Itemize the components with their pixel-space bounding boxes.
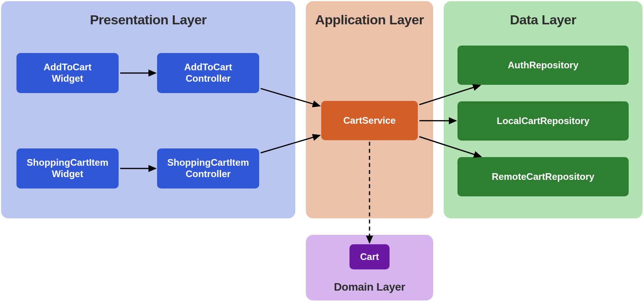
node-add-to-cart-widget: AddToCart Widget xyxy=(16,53,119,93)
data-layer-title: Data Layer xyxy=(444,12,642,27)
node-cart: Cart xyxy=(349,244,390,269)
node-local-cart-repository: LocalCartRepository xyxy=(457,101,629,141)
domain-layer-title: Domain Layer xyxy=(306,281,433,293)
application-layer-title: Application Layer xyxy=(306,12,433,27)
node-shopping-cart-item-widget: ShoppingCartItem Widget xyxy=(16,148,119,189)
node-label: LocalCartRepository xyxy=(497,115,589,127)
node-label: Cart xyxy=(360,251,379,263)
architecture-diagram: { "layers": { "presentation": { "title":… xyxy=(0,0,644,302)
node-label: ShoppingCartItem Widget xyxy=(27,157,108,180)
node-auth-repository: AuthRepository xyxy=(457,46,629,85)
node-label: AddToCart Controller xyxy=(184,62,232,84)
node-label: AddToCart Widget xyxy=(44,62,91,84)
node-label: CartService xyxy=(343,115,395,126)
node-label: RemoteCartRepository xyxy=(492,171,594,183)
node-label: AuthRepository xyxy=(508,60,578,71)
node-remote-cart-repository: RemoteCartRepository xyxy=(457,157,629,196)
node-shopping-cart-item-controller: ShoppingCartItem Controller xyxy=(157,148,259,189)
node-add-to-cart-controller: AddToCart Controller xyxy=(157,53,259,93)
node-label: ShoppingCartItem Controller xyxy=(167,157,249,180)
node-cart-service: CartService xyxy=(321,101,418,140)
presentation-layer-title: Presentation Layer xyxy=(1,12,295,27)
